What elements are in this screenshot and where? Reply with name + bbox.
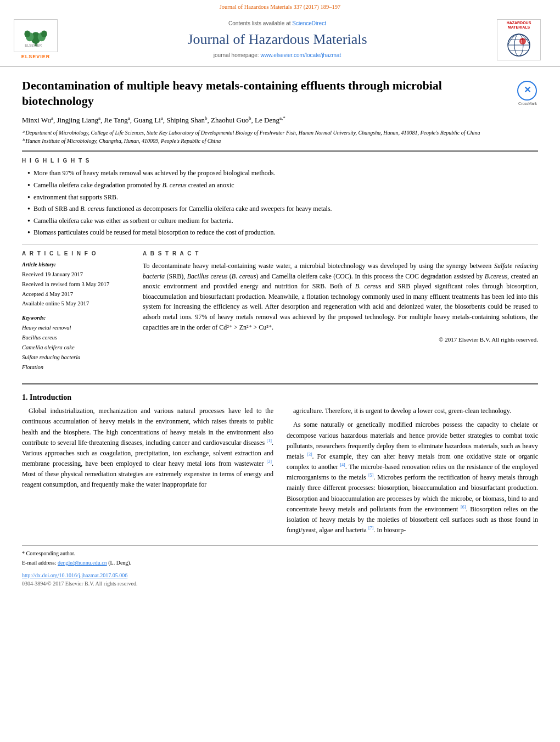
- abstract-col: A B S T R A C T To decontaminate heavy m…: [143, 250, 538, 378]
- keyword-2: Bacillus cereus: [22, 333, 132, 343]
- article-dates: Received 19 January 2017 Received in rev…: [22, 270, 132, 309]
- highlight-text-6: Biomass particulates could be reused for…: [33, 227, 276, 238]
- affiliation-a: ᵃ Department of Microbiology, College of…: [22, 129, 538, 137]
- hazmat-logo-box: HAZARDOUSMATERIALS !: [497, 19, 541, 60]
- received-revised-date: Received in revised form 3 May 2017: [22, 280, 132, 289]
- intro-heading: 1. Introduction: [22, 392, 538, 403]
- intro-right-para-2: As some naturally or genetically modifie…: [287, 420, 538, 535]
- svg-point-4: [24, 31, 30, 38]
- email-label: E-mail address:: [22, 560, 58, 566]
- highlight-text-4: Both of SRB and B. cereus functioned as …: [33, 204, 332, 215]
- highlight-item-6: • Biomass particulates could be reused f…: [27, 227, 538, 238]
- keywords-block: Keywords: Heavy metal removal Bacillus c…: [22, 314, 132, 372]
- highlight-text-2: Camellia oleifera cake degradation promo…: [33, 180, 234, 191]
- journal-citation: Journal of Hazardous Materials 337 (2017…: [220, 4, 340, 10]
- accepted-date: Accepted 4 May 2017: [22, 289, 132, 299]
- intro-right-para-1: agriculture. Therefore, it is urgent to …: [287, 406, 538, 416]
- article-title-section: Decontamination of multiple heavy metals…: [22, 78, 538, 109]
- svg-text:ELSEVIER: ELSEVIER: [25, 44, 42, 48]
- highlight-item-2: • Camellia oleifera cake degradation pro…: [27, 180, 538, 191]
- svg-point-12: [519, 38, 526, 44]
- article-info-col: A R T I C L E I N F O Article history: R…: [22, 250, 132, 378]
- sciencedirect-link[interactable]: ScienceDirect: [292, 20, 326, 26]
- article-title: Decontamination of multiple heavy metals…: [22, 78, 512, 109]
- hazmat-logo-text: HAZARDOUSMATERIALS: [507, 21, 531, 30]
- top-journal-bar: Journal of Hazardous Materials 337 (2017…: [0, 0, 560, 14]
- bullet-icon-2: •: [27, 180, 30, 191]
- highlight-item-4: • Both of SRB and B. cereus functioned a…: [27, 204, 538, 215]
- journal-title: Journal of Hazardous Materials: [66, 30, 489, 49]
- article-history-block: Article history: Received 19 January 201…: [22, 261, 132, 309]
- elsevier-logo-image: ELSEVIER: [14, 19, 58, 52]
- intro-left-para-1: Global industrialization, mechanization …: [22, 406, 273, 490]
- elsevier-tree-icon: ELSEVIER: [21, 23, 51, 48]
- svg-point-5: [41, 31, 47, 38]
- keywords-label: Keywords:: [22, 314, 132, 322]
- received-date: Received 19 January 2017: [22, 270, 132, 280]
- highlights-list: • More than 97% of heavy metals removal …: [27, 168, 538, 238]
- keyword-3: Camellia oleifera cake: [22, 343, 132, 353]
- email-line: E-mail address: dengle@hunnu.edu.cn (L. …: [22, 559, 538, 567]
- highlight-text-3: environment that supports SRB.: [33, 192, 118, 203]
- abstract-text: To decontaminate heavy metal-containing …: [143, 261, 538, 332]
- keyword-5: Flotation: [22, 362, 132, 372]
- svg-text:!: !: [521, 40, 522, 43]
- highlights-label: H I G H L I G H T S: [22, 157, 538, 165]
- corresponding-label: * Corresponding author.: [22, 550, 75, 556]
- authors-line: Minxi Wua, Jingjing Lianga, Jie Tanga, G…: [22, 115, 538, 126]
- footnote-section: * Corresponding author. E-mail address: …: [22, 545, 538, 588]
- keyword-4: Sulfate reducing bacteria: [22, 353, 132, 362]
- intro-body-cols: Global industrialization, mechanization …: [22, 406, 538, 539]
- doi-line: http://dx.doi.org/10.1016/j.jhazmat.2017…: [22, 571, 538, 579]
- bullet-icon-4: •: [27, 204, 30, 215]
- keyword-1: Heavy metal removal: [22, 323, 132, 333]
- homepage-label: journal homepage:: [214, 52, 259, 58]
- divider-2: [22, 244, 538, 244]
- elsevier-logo: ELSEVIER ELSEVIER: [11, 19, 60, 60]
- divider-3: [22, 383, 538, 384]
- journal-header: ELSEVIER ELSEVIER Contents lists availab…: [0, 14, 560, 67]
- journal-homepage-line: journal homepage: www.elsevier.com/locat…: [66, 52, 489, 59]
- crossmark-badge[interactable]: ✕ CrossMark: [517, 81, 538, 102]
- page: Journal of Hazardous Materials 337 (2017…: [0, 0, 560, 742]
- highlight-item-3: • environment that supports SRB.: [27, 192, 538, 203]
- divider-top: [22, 150, 538, 152]
- highlight-text-5: Camellia oleifera cake was either as sor…: [33, 216, 233, 227]
- highlights-section: H I G H L I G H T S • More than 97% of h…: [22, 157, 538, 238]
- corresponding-author-note: * Corresponding author.: [22, 549, 538, 557]
- intro-section: 1. Introduction Global industrialization…: [22, 392, 538, 539]
- issn-line: 0304-3894/© 2017 Elsevier B.V. All right…: [22, 579, 538, 588]
- doi-link[interactable]: http://dx.doi.org/10.1016/j.jhazmat.2017…: [22, 572, 127, 578]
- hazmat-globe-icon: !: [505, 31, 533, 59]
- abstract-copyright: © 2017 Elsevier B.V. All rights reserved…: [143, 336, 538, 344]
- intro-right-col: agriculture. Therefore, it is urgent to …: [287, 406, 538, 539]
- homepage-url[interactable]: www.elsevier.com/locate/jhazmat: [260, 52, 341, 58]
- keywords-list: Heavy metal removal Bacillus cereus Came…: [22, 323, 132, 372]
- article-info-abstract: A R T I C L E I N F O Article history: R…: [22, 250, 538, 378]
- available-online-date: Available online 5 May 2017: [22, 299, 132, 309]
- bullet-icon-1: •: [27, 168, 30, 179]
- hazmat-logo: HAZARDOUSMATERIALS !: [494, 19, 544, 60]
- bullet-icon-3: •: [27, 192, 30, 203]
- bullet-icon-5: •: [27, 216, 30, 227]
- affiliation-b: ᵇ Hunan Institute of Microbiology, Chang…: [22, 137, 538, 145]
- email-person: (L. Deng).: [107, 560, 131, 566]
- intro-left-col: Global industrialization, mechanization …: [22, 406, 273, 539]
- main-content: Decontamination of multiple heavy metals…: [0, 67, 560, 599]
- journal-center: Contents lists available at ScienceDirec…: [66, 20, 489, 59]
- bullet-icon-6: •: [27, 227, 30, 238]
- abstract-label: A B S T R A C T: [143, 250, 538, 258]
- highlight-item-1: • More than 97% of heavy metals removal …: [27, 168, 538, 179]
- contents-line: Contents lists available at ScienceDirec…: [66, 20, 489, 27]
- elsevier-text: ELSEVIER: [21, 53, 51, 60]
- crossmark-icon: ✕: [524, 84, 531, 96]
- email-link[interactable]: dengle@hunnu.edu.cn: [58, 560, 107, 566]
- history-label: Article history:: [22, 261, 132, 269]
- highlight-text-1: More than 97% of heavy metals removal wa…: [33, 168, 276, 179]
- affiliations: ᵃ Department of Microbiology, College of…: [22, 129, 538, 145]
- article-info-label: A R T I C L E I N F O: [22, 250, 132, 258]
- highlight-item-5: • Camellia oleifera cake was either as s…: [27, 216, 538, 227]
